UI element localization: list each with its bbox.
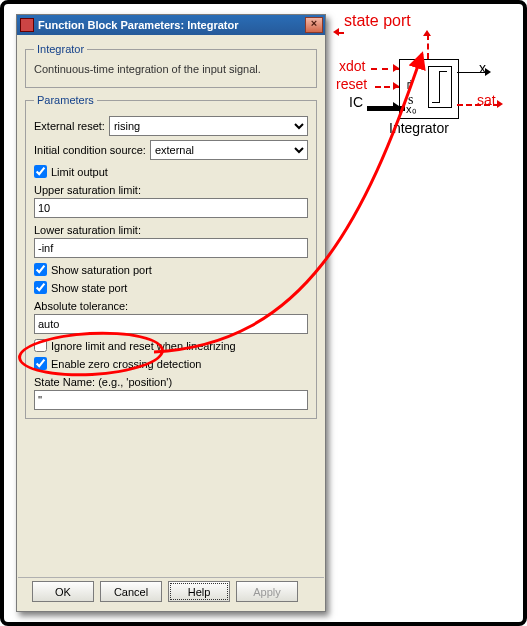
show-sat-port-checkbox[interactable]: [34, 263, 47, 276]
arrowhead-icon: [423, 30, 431, 36]
ic-label: IC: [349, 94, 363, 110]
integrator-block: s ↱ x₀: [399, 59, 459, 119]
external-reset-label: External reset:: [34, 120, 105, 132]
external-reset-select[interactable]: rising: [109, 116, 308, 136]
sat-line: [457, 104, 499, 106]
zero-cross-label: Enable zero crossing detection: [51, 358, 201, 370]
arrowhead-icon: [393, 64, 399, 72]
x0-symbol: x₀: [406, 103, 416, 116]
lower-sat-label: Lower saturation limit:: [34, 224, 308, 236]
x-line: [457, 72, 487, 73]
close-icon[interactable]: ×: [305, 17, 323, 33]
limit-output-label: Limit output: [51, 166, 108, 178]
initial-cond-src-select[interactable]: external: [150, 140, 308, 160]
ignore-limit-label: Ignore limit and reset when linearizing: [51, 340, 236, 352]
upper-sat-input[interactable]: [34, 198, 308, 218]
lower-sat-input[interactable]: [34, 238, 308, 258]
arrowhead-icon: [393, 102, 399, 110]
dialog-window: Function Block Parameters: Integrator × …: [16, 14, 326, 612]
group-integrator-legend: Integrator: [34, 43, 87, 55]
cancel-button[interactable]: Cancel: [100, 581, 162, 602]
dialog-body: Integrator Continuous-time integration o…: [17, 35, 325, 579]
state-port-out-line: [339, 32, 344, 34]
show-sat-port-label: Show saturation port: [51, 264, 152, 276]
zero-cross-checkbox[interactable]: [34, 357, 47, 370]
state-name-input[interactable]: [34, 390, 308, 410]
group-integrator: Integrator Continuous-time integration o…: [25, 43, 317, 88]
arrowhead-icon: [333, 28, 339, 36]
state-port-line: [427, 34, 429, 59]
title-bar[interactable]: Function Block Parameters: Integrator ×: [17, 15, 325, 35]
state-name-label: State Name: (e.g., 'position'): [34, 376, 308, 388]
apply-button[interactable]: Apply: [236, 581, 298, 602]
rising-edge-icon: ↱: [405, 80, 415, 90]
ignore-limit-checkbox[interactable]: [34, 339, 47, 352]
arrowhead-icon: [485, 68, 491, 76]
limit-output-checkbox[interactable]: [34, 165, 47, 178]
window-title: Function Block Parameters: Integrator: [38, 19, 305, 31]
ic-line: [367, 106, 405, 111]
arrowhead-icon: [393, 82, 399, 90]
integral-icon: [428, 66, 452, 108]
arrowhead-icon: [497, 100, 503, 108]
block-description: Continuous-time integration of the input…: [34, 63, 308, 75]
show-state-port-label: Show state port: [51, 282, 127, 294]
group-parameters-legend: Parameters: [34, 94, 97, 106]
reset-label: reset: [336, 76, 367, 92]
upper-sat-label: Upper saturation limit:: [34, 184, 308, 196]
group-parameters: Parameters External reset: rising Initia…: [25, 94, 317, 419]
button-bar: OK Cancel Help Apply: [18, 577, 324, 607]
initial-cond-src-label: Initial condition source:: [34, 144, 146, 156]
integrator-diagram: state port xdot reset IC x sat s ↱ x₀ In…: [339, 14, 519, 174]
canvas: Function Block Parameters: Integrator × …: [0, 0, 527, 626]
abs-tol-label: Absolute tolerance:: [34, 300, 308, 312]
abs-tol-input[interactable]: [34, 314, 308, 334]
xdot-label: xdot: [339, 58, 365, 74]
block-name: Integrator: [389, 120, 449, 136]
state-port-label: state port: [344, 12, 411, 30]
ok-button[interactable]: OK: [32, 581, 94, 602]
app-icon: [20, 18, 34, 32]
show-state-port-checkbox[interactable]: [34, 281, 47, 294]
help-button[interactable]: Help: [168, 581, 230, 602]
